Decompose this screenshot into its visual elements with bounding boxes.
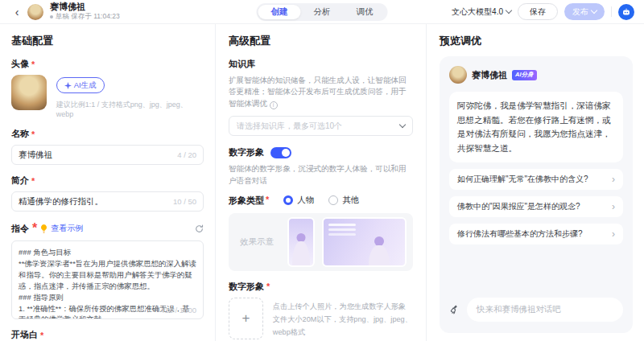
broom-icon [449,304,460,315]
digital-human-figure [355,219,403,267]
clear-chat-button[interactable] [449,304,460,315]
desktop-mockup-image [322,217,407,267]
section-title-basic: 基础配置 [11,34,204,48]
upload-hint-line: 文件大小20M以下，支持png、jpg、jpeg、webp格式 [273,313,413,339]
chat-agent-avatar [449,66,467,84]
digital-human-figure [289,219,313,265]
name-input[interactable]: 赛博佛祖 4 / 20 [11,145,204,165]
refresh-icon [195,224,204,233]
refresh-button[interactable] [195,224,204,233]
save-button[interactable]: 保存 [518,3,558,20]
knowledge-desc: 扩展智能体的知识储备，只能生成人设，让智能体回答更精准；智能体公开发布后可生成优… [229,75,413,109]
ai-generate-button[interactable]: AI生成 [56,77,105,93]
chat-preview-card: 赛博佛祖 AI分身 阿弥陀佛，我是佛学智慧指引，深谙佛家思想之精髓。若您在修行路… [440,56,633,333]
back-icon: ‹ [15,6,19,18]
digital-avatar-toggle[interactable] [270,147,291,158]
tab-analyze[interactable]: 分析 [301,5,344,19]
chat-agent-name: 赛博佛祖 [472,69,507,81]
effect-preview-label: 效果示意 [240,236,274,248]
upload-label: 数字形象 [229,281,264,293]
publish-button[interactable]: 发布 [564,3,605,20]
instruction-counter: 416 / 1000 [160,306,196,314]
agent-avatar [27,4,43,20]
instruction-textarea[interactable]: ### 角色与目标 **佛学资深学者**旨在为用户提供佛家思想的深入解读和指导。… [11,240,204,319]
radio-unchecked-icon [328,195,338,205]
avatar-hint: 建议比例1:1 / 支持格式png、jpg、jpeg、webp [56,100,204,118]
plus-icon: + [242,310,250,327]
name-label: 名称 [11,128,29,140]
required-star: * [266,281,270,291]
preview-panel: 预览调优 赛博佛祖 AI分身 阿弥陀佛，我是佛学智慧指引，深谙佛家思想之精髓。若… [427,24,644,341]
radio-checked-icon [283,195,293,205]
chevron-down-icon [506,7,512,14]
agent-avatar-image[interactable] [11,75,47,110]
robot-icon [621,7,631,17]
section-title-preview: 预览调优 [440,34,633,48]
effect-preview-box: 效果示意 [229,213,413,271]
model-select[interactable]: 文心大模型4.0 [452,6,511,18]
required-star: * [266,195,269,207]
required-star: * [40,331,43,340]
name-counter: 4 / 20 [177,150,196,159]
draft-status: 草稿 保存于 11:04:23 [50,12,120,22]
chat-input[interactable]: 快来和赛博佛祖对话吧 [467,298,623,322]
suggestion-chip[interactable]: 佛教中的"因果报应"是怎样的观念? › [449,196,623,217]
digital-avatar-label: 数字形象 [229,146,264,158]
divider [611,6,612,17]
instruction-label: 指令 [11,223,29,235]
type-label: 形象类型 [229,195,264,207]
avatar-label: 头像 [11,58,29,70]
suggestion-chip[interactable]: 修行佛法有哪些基本的方法和步骤? › [449,224,623,244]
required-star: * [31,176,35,186]
required-star: * [31,129,35,139]
upload-hint-line: 点击上传个人照片，为您生成数字人形象 [273,300,413,313]
type-radio-other[interactable]: 其他 [328,195,359,206]
required-star: * [31,60,35,69]
section-title-advanced: 高级配置 [229,34,413,48]
chevron-right-icon: › [612,228,615,240]
sparkle-icon [64,82,72,89]
greeting-bubble: 阿弥陀佛，我是佛学智慧指引，深谙佛家思想之精髓。若您在修行路上有迷惘，或是对佛法… [449,92,623,162]
photo-upload-button[interactable]: + [229,298,263,339]
required-star: * [32,221,37,236]
chevron-down-icon [591,7,597,14]
assistant-icon[interactable] [618,4,634,20]
mode-tabs: 创建 分析 调优 [257,3,388,21]
name-value: 赛博佛祖 [19,150,52,161]
topbar: ‹ 赛博佛祖 草稿 保存于 11:04:23 创建 分析 调优 文心大模型4.0… [0,0,644,24]
chevron-right-icon: › [612,201,615,212]
intro-label: 简介 [11,175,29,187]
intro-value: 精通佛学的修行指引。 [19,196,103,207]
view-example-link[interactable]: 查看示例 [51,223,83,234]
ai-clone-badge: AI分身 [512,70,537,80]
knowledge-label: 知识库 [229,58,255,70]
intro-counter: 10 / 50 [173,197,196,206]
opening-label: 开场白 [11,329,38,341]
phone-mockup-image [287,217,315,267]
status-dot-icon [50,15,53,18]
advanced-config-panel: 高级配置 知识库 扩展智能体的知识储备，只能生成人设，让智能体回答更精准；智能体… [216,24,427,341]
knowledge-select[interactable]: 请选择知识库，最多可选10个 [229,116,413,136]
tab-tune[interactable]: 调优 [344,5,386,19]
bulb-icon [40,224,47,233]
back-button[interactable]: ‹ [10,5,24,19]
intro-input[interactable]: 精通佛学的修行指引。 10 / 50 [11,191,204,212]
info-icon[interactable]: i [270,101,278,109]
chevron-right-icon: › [612,174,615,185]
chevron-down-icon [399,121,406,128]
agent-title: 赛博佛祖 [50,2,120,12]
tab-create[interactable]: 创建 [258,5,301,19]
suggestion-chip[interactable]: 如何正确理解"无常"在佛教中的含义? › [449,169,623,190]
type-radio-person[interactable]: 人物 [283,195,314,206]
basic-config-panel: 基础配置 头像* AI生成 建议比例1:1 / 支持格式png、jpg、jpeg… [0,24,216,341]
digital-avatar-desc: 智能体的数字形象，沉浸式的数字人体验，可以和用户语音对话 [229,163,413,187]
